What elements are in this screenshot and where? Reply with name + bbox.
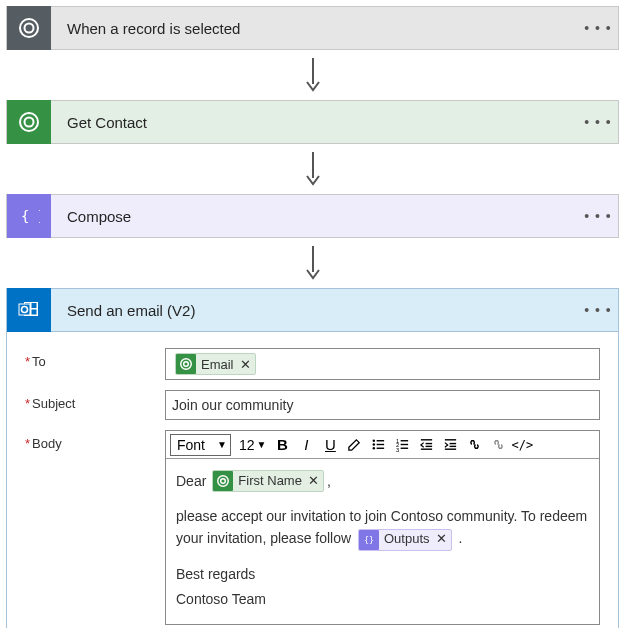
svg-text:{}: {} (364, 535, 374, 545)
token-first-name[interactable]: First Name ✕ (212, 470, 324, 492)
italic-button[interactable]: I (294, 433, 318, 457)
code-view-button[interactable]: </> (510, 433, 534, 457)
svg-point-0 (20, 19, 38, 37)
ellipsis-icon[interactable]: • • • (578, 208, 618, 224)
font-select[interactable]: Font▼ (170, 434, 231, 456)
remove-token-icon[interactable]: ✕ (240, 357, 251, 372)
to-input[interactable]: Email ✕ (165, 348, 600, 380)
svg-point-1 (25, 24, 34, 33)
send-email-title: Send an email (V2) (51, 302, 578, 319)
indent-button[interactable] (438, 433, 462, 457)
subject-row: *Subject Join our community (25, 390, 600, 420)
remove-token-icon[interactable]: ✕ (436, 529, 447, 550)
svg-point-18 (373, 443, 375, 445)
link-button[interactable] (462, 433, 486, 457)
svg-point-4 (25, 118, 34, 127)
svg-rect-12 (32, 310, 37, 315)
outlook-icon (7, 288, 51, 332)
edit-icon[interactable] (342, 433, 366, 457)
trigger-step[interactable]: When a record is selected • • • (6, 6, 619, 50)
body-label: *Body (25, 430, 165, 451)
svg-point-3 (20, 113, 38, 131)
svg-text:{ }: { } (21, 208, 40, 224)
bulleted-list-button[interactable] (366, 433, 390, 457)
token-outputs[interactable]: {} Outputs ✕ (358, 529, 452, 551)
compose-step[interactable]: { } Compose • • • (6, 194, 619, 238)
ellipsis-icon[interactable]: • • • (578, 20, 618, 36)
svg-point-15 (181, 359, 192, 370)
body-content[interactable]: Dear First Name ✕ , (166, 459, 599, 624)
compose-icon: { } (7, 194, 51, 238)
get-contact-title: Get Contact (51, 114, 578, 131)
svg-point-19 (373, 447, 375, 449)
svg-rect-13 (19, 304, 30, 315)
compose-title: Compose (51, 208, 578, 225)
svg-rect-10 (32, 303, 37, 308)
send-email-header[interactable]: Send an email (V2) • • • (6, 288, 619, 332)
connector-arrow (6, 238, 619, 288)
svg-point-17 (373, 440, 375, 442)
svg-text:3: 3 (396, 447, 399, 452)
to-row: *To Email ✕ (25, 348, 600, 380)
svg-point-37 (218, 476, 229, 487)
connector-arrow (6, 50, 619, 100)
body-editor: Font▼ 12▼ B I U (165, 430, 600, 625)
rte-toolbar: Font▼ 12▼ B I U (166, 431, 599, 459)
trigger-title: When a record is selected (51, 20, 578, 37)
connector-arrow (6, 144, 619, 194)
send-email-card: Send an email (V2) • • • *To Email ✕ (6, 288, 619, 628)
get-contact-step[interactable]: Get Contact • • • (6, 100, 619, 144)
cds-icon (7, 100, 51, 144)
cds-icon (213, 471, 233, 491)
subject-input[interactable]: Join our community (165, 390, 600, 420)
body-row: *Body Font▼ 12▼ B I U (25, 430, 600, 625)
cds-icon (7, 6, 51, 50)
token-email[interactable]: Email ✕ (175, 353, 256, 375)
unlink-button (486, 433, 510, 457)
remove-token-icon[interactable]: ✕ (308, 471, 319, 491)
ellipsis-icon[interactable]: • • • (578, 302, 618, 318)
svg-point-16 (184, 362, 189, 367)
size-select[interactable]: 12▼ (235, 434, 268, 456)
numbered-list-button[interactable]: 123 (390, 433, 414, 457)
outdent-button[interactable] (414, 433, 438, 457)
bold-button[interactable]: B (270, 433, 294, 457)
compose-icon: {} (359, 530, 379, 550)
subject-label: *Subject (25, 390, 165, 411)
svg-point-38 (221, 479, 226, 484)
cds-icon (176, 354, 196, 374)
to-label: *To (25, 348, 165, 369)
ellipsis-icon[interactable]: • • • (578, 114, 618, 130)
underline-button[interactable]: U (318, 433, 342, 457)
